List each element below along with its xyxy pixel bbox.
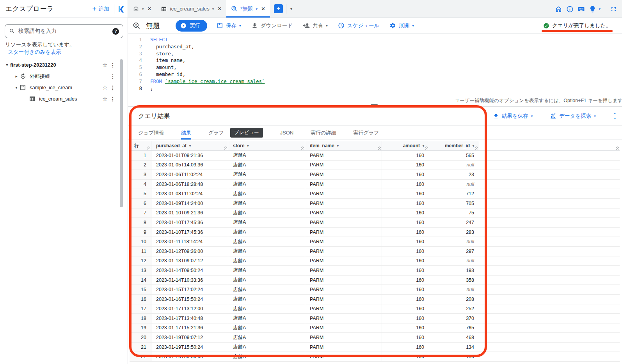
cell-filler [479,161,620,170]
column-sort-caret-icon[interactable]: ▾ [473,144,474,148]
column-sort-caret-icon[interactable]: ▾ [247,144,249,148]
tab-close-icon[interactable]: ✕ [217,6,222,12]
cell-store: 店舗A [228,295,305,304]
starred-only-link[interactable]: スター付きのみを表示 [8,49,61,56]
explore-data-caret-icon[interactable]: ▾ [594,114,596,118]
accessibility-hint: ユーザー補助機能のオプションを表示するには、Option+F1 キーを押します。 [455,97,622,104]
new-tab-button[interactable]: + [274,4,283,13]
download-button[interactable]: ダウンロード [251,22,293,29]
share-button[interactable]: 共有 ▾ [303,22,328,29]
cell-amount: 160 [382,228,429,237]
search-input[interactable]: 検索語句を入力 ? [5,24,123,38]
column-resize-handle[interactable] [378,147,381,150]
sidebar-scrollbar[interactable] [120,59,123,207]
editor-tab-home[interactable]: ▾✕ [128,0,156,18]
tab-caret-icon[interactable]: ▾ [142,7,144,11]
column-resize-handle[interactable] [425,147,428,150]
hints-bulb-icon[interactable] [589,5,596,13]
column-resize-handle[interactable] [616,147,619,150]
code-text: item_name, [147,57,185,64]
tab-caret-icon[interactable]: ▾ [212,7,214,11]
column-header-store[interactable]: store▾ [228,141,305,150]
expander-right-icon[interactable]: ▸ [13,74,20,78]
expand-caret-icon[interactable]: ▾ [412,24,414,28]
kebab-menu-icon[interactable]: ⋮ [109,73,116,80]
cell-item_name: PARM [305,352,382,361]
column-resize-handle[interactable] [475,147,478,150]
panel-resize-handle[interactable] [371,104,378,106]
search-help-icon[interactable]: ? [112,28,119,35]
cell-purchased_at: 2023-01-01T09:21:36 [151,151,228,160]
expander-down-icon[interactable]: ▾ [13,85,20,90]
cell-item_name: PARM [305,189,382,198]
run-button[interactable]: 実行 [176,20,207,32]
column-sort-caret-icon[interactable]: ▾ [337,144,339,148]
expand-menu-button[interactable]: 展開 ▾ [389,22,414,29]
tab-label: ice_cream_sales [170,6,209,12]
column-sort-caret-icon[interactable]: ▾ [423,144,424,148]
tab-caret-icon[interactable]: ▾ [256,7,258,11]
cell-store: 店舗A [228,228,305,237]
tab-close-icon[interactable]: ✕ [261,6,265,12]
kebab-menu-icon[interactable]: ⋮ [109,62,116,68]
star-icon[interactable]: ☆ [101,84,109,91]
cell-member_id: 358 [429,276,479,285]
keyboard-shortcuts-icon[interactable] [578,5,585,13]
column-resize-handle[interactable] [224,147,227,150]
explore-data-button[interactable]: データを探索 ▾ [550,113,595,120]
column-resize-handle[interactable] [301,147,304,150]
column-sort-caret-icon[interactable]: ▾ [189,144,191,148]
line-number: 2 [131,43,147,50]
table-row: 142023-01-14T10:33:36店舗APARM160358 [130,276,620,285]
tab-close-icon[interactable]: ✕ [148,6,152,12]
column-header-行[interactable]: 行 [130,141,151,150]
results-tab-結果[interactable]: 結果 [181,126,191,140]
svg-text:Q: Q [135,23,137,27]
save-results-button[interactable]: 結果を保存 ▾ [493,113,533,120]
star-icon[interactable]: ☆ [101,95,109,102]
share-caret-icon[interactable]: ▾ [326,24,328,28]
editor-tab-*無題[interactable]: Q*無題▾✕ [226,0,270,18]
save-results-caret-icon[interactable]: ▾ [531,114,533,118]
cell-item_name: PARM [305,180,382,189]
collapse-expand-results-icon[interactable]: ⌃⌄ [613,113,617,119]
results-tab-ジョブ情報[interactable]: ジョブ情報 [138,126,164,140]
cell-purchased_at: 2023-01-19T09:07:12 [151,333,228,342]
results-tab-実行グラフ[interactable]: 実行グラフ [354,126,379,140]
table-row: 22023-01-05T14:09:36店舗APARM160null [130,161,620,170]
results-tab-実行の詳細[interactable]: 実行の詳細 [311,126,336,140]
column-header-member_id[interactable]: member_id▾ [429,141,479,150]
kebab-menu-icon[interactable]: ⋮ [109,85,116,91]
add-data-button[interactable]: + 追加 [92,5,110,12]
tree-item-sample_ice_cream[interactable]: ▾sample_ice_cream☆⋮ [0,82,128,93]
expander-down-icon[interactable]: ▾ [4,63,10,67]
save-button[interactable]: 保存 ▾ [217,22,241,29]
editor-tab-ice_cream_sales[interactable]: ice_cream_sales▾✕ [156,0,226,18]
cell-member_id: null [429,256,479,266]
column-header-purchased_at[interactable]: purchased_at▾ [151,141,228,150]
cell-item_name: PARM [305,333,382,342]
save-caret-icon[interactable]: ▾ [239,24,241,28]
kebab-menu-icon[interactable]: ⋮ [109,96,116,102]
hints-caret-icon[interactable]: ▾ [599,7,601,11]
sql-editor[interactable]: 1SELECT2 purchased_at,3 store,4 item_nam… [128,34,622,102]
column-header-amount[interactable]: amount▾ [382,141,429,150]
code-line: 2 purchased_at, [131,43,622,50]
tree-item-first-step-20231220[interactable]: ▾first-step-20231220☆⋮ [0,59,128,71]
fullscreen-icon[interactable] [610,5,617,13]
star-icon[interactable]: ☆ [101,62,109,69]
column-resize-handle[interactable] [147,147,150,150]
home-icon[interactable] [555,5,562,13]
tree-item-ice_cream_sales[interactable]: ice_cream_sales☆⋮ [0,93,128,104]
column-header-item_name[interactable]: item_name▾ [305,141,382,150]
results-tab-グラフ[interactable]: グラフ [208,126,224,140]
table-row: 102023-01-11T18:14:24店舗APARM160null [130,237,620,247]
results-tab-JSON[interactable]: JSON [280,126,294,140]
collapse-panel-icon[interactable]: |❮ [118,5,124,12]
info-icon[interactable] [566,5,574,13]
code-line: 3 store, [131,50,622,57]
schedule-button[interactable]: スケジュール [338,22,380,29]
cell-item_name: PARM [305,151,382,160]
tab-list-caret-icon[interactable]: ▾ [286,7,296,11]
tree-item-外部接続[interactable]: ▸外部接続⋮ [0,71,128,82]
